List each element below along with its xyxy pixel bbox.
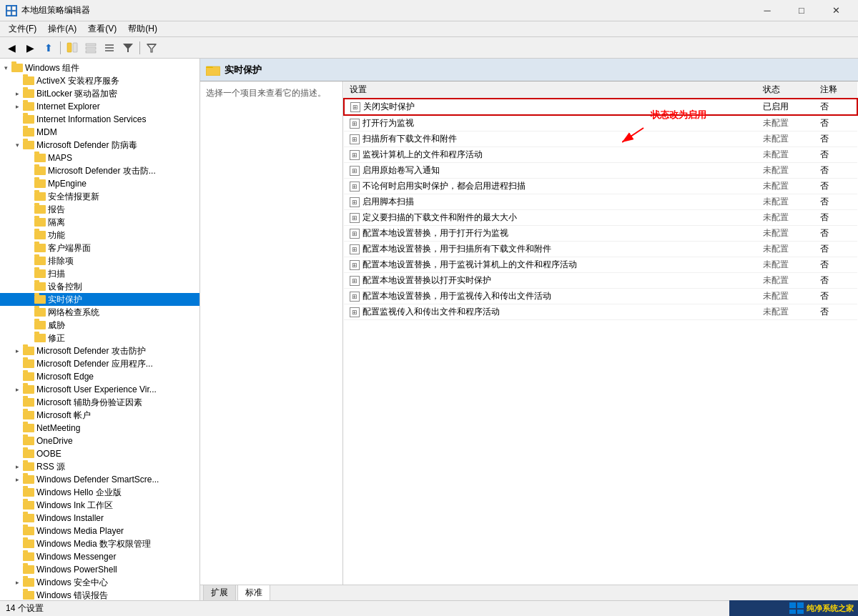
maximize-button[interactable]: □ bbox=[785, 0, 818, 21]
tree-item-client-ui[interactable]: 客户端界面 bbox=[0, 242, 199, 254]
tree-expand-icon[interactable]: ▸ bbox=[11, 101, 23, 112]
tree-item-mpengine[interactable]: MpEngine bbox=[0, 177, 199, 190]
folder-shape bbox=[23, 449, 34, 458]
tree-item-drm[interactable]: Windows Media 数字权限管理 bbox=[0, 537, 199, 550]
folder-icon bbox=[23, 76, 34, 86]
tree-item-media-player[interactable]: Windows Media Player bbox=[0, 525, 199, 537]
toolbar-forward[interactable]: ▶ bbox=[21, 39, 39, 56]
tree-item-edge[interactable]: Microsoft Edge bbox=[0, 370, 199, 383]
table-row[interactable]: ⊞ 定义要扫描的下载文件和附件的最大大小 未配置 否 bbox=[344, 210, 857, 226]
tree-label: 安全情报更新 bbox=[48, 191, 99, 203]
tab-扩展[interactable]: 扩展 bbox=[203, 585, 236, 600]
tree-item-ms-account[interactable]: Microsoft 帐户 bbox=[0, 409, 199, 422]
table-row[interactable]: ⊞ 不论何时启用实时保护，都会启用进程扫描 未配置 否 bbox=[344, 179, 857, 194]
tab-标准[interactable]: 标准 bbox=[237, 585, 270, 600]
tree-item-scan[interactable]: 扫描 bbox=[0, 267, 199, 280]
tree-item-netmeeting[interactable]: NetMeeting bbox=[0, 422, 199, 434]
tree-item-security-center[interactable]: ▸ Windows 安全中心 bbox=[0, 576, 199, 589]
tree-expand-icon[interactable]: ▸ bbox=[11, 474, 23, 485]
tree-item-realtime-protection[interactable]: 实时保护 bbox=[0, 293, 199, 306]
table-row[interactable]: ⊞ 打开行为监视 未配置 否 bbox=[344, 115, 857, 131]
tree-item-user-experience[interactable]: ▸ Microsoft User Experience Vir... bbox=[0, 383, 199, 396]
tree-item-defender-attack[interactable]: Microsoft Defender 攻击防... bbox=[0, 164, 199, 177]
close-button[interactable]: ✕ bbox=[819, 0, 852, 21]
tree-item-mdm[interactable]: MDM bbox=[0, 126, 199, 139]
tree-item-exclusions[interactable]: 排除项 bbox=[0, 254, 199, 267]
table-row[interactable]: ⊞ 启用原始卷写入通知 未配置 否 bbox=[344, 163, 857, 179]
setting-name-cell: ⊞ 启用脚本扫描 bbox=[344, 194, 757, 210]
tree-item-features[interactable]: 功能 bbox=[0, 229, 199, 242]
tree-item-defender[interactable]: ▾ Microsoft Defender 防病毒 bbox=[0, 139, 199, 151]
toolbar-up[interactable]: ⬆ bbox=[40, 39, 57, 56]
setting-icon: ⊞ bbox=[350, 260, 360, 270]
setting-name: 配置本地设置替换，用于扫描所有下载文件和附件 bbox=[363, 243, 551, 255]
tree-item-iis[interactable]: Internet Information Services bbox=[0, 113, 199, 126]
tree-item-defender-attack2[interactable]: ▸ Microsoft Defender 攻击防护 bbox=[0, 344, 199, 357]
tree-item-defender-app[interactable]: Microsoft Defender 应用程序... bbox=[0, 357, 199, 370]
menu-action[interactable]: 操作(A) bbox=[42, 21, 82, 36]
tree-item-bitlocker[interactable]: ▸ BitLocker 驱动器加密 bbox=[0, 87, 199, 100]
minimize-button[interactable]: ─ bbox=[751, 0, 784, 21]
tree-label: Windows Installer bbox=[36, 513, 104, 523]
tree-expand-icon[interactable]: ▸ bbox=[11, 384, 23, 395]
toolbar-show-hide[interactable] bbox=[64, 39, 81, 56]
tree-expand-icon[interactable]: ▸ bbox=[11, 345, 23, 357]
menu-file[interactable]: 文件(F) bbox=[3, 21, 42, 36]
setting-icon: ⊞ bbox=[350, 229, 360, 239]
tree-expand-icon[interactable]: ▾ bbox=[0, 62, 11, 74]
table-row[interactable]: ⊞ 监视计算机上的文件和程序活动 未配置 否 bbox=[344, 147, 857, 163]
menu-help[interactable]: 帮助(H) bbox=[122, 21, 163, 36]
menu-view[interactable]: 查看(V) bbox=[82, 21, 122, 36]
tree-expand-icon[interactable]: ▸ bbox=[11, 88, 23, 99]
toolbar-filter[interactable] bbox=[143, 39, 160, 56]
tree-item-internet-explorer[interactable]: ▸ Internet Explorer bbox=[0, 100, 199, 113]
tree-item-auth-factor[interactable]: Microsoft 辅助身份验证因素 bbox=[0, 396, 199, 409]
tree-item-hello[interactable]: Windows Hello 企业版 bbox=[0, 486, 199, 499]
tree-expand-icon[interactable]: ▸ bbox=[11, 577, 23, 588]
tree-item-security-updates[interactable]: 安全情报更新 bbox=[0, 190, 199, 203]
table-row[interactable]: ⊞ 扫描所有下载文件和附件 未配置 否 bbox=[344, 131, 857, 147]
tree-item-device-control[interactable]: 设备控制 bbox=[0, 280, 199, 293]
toolbar-filter2[interactable] bbox=[119, 39, 137, 56]
tree-item-quarantine[interactable]: 隔离 bbox=[0, 216, 199, 229]
tree-label: 威胁 bbox=[48, 319, 65, 332]
tree-item-messenger[interactable]: Windows Messenger bbox=[0, 550, 199, 563]
folder-icon bbox=[23, 89, 34, 99]
tree-item-activex[interactable]: ActiveX 安装程序服务 bbox=[0, 74, 199, 87]
tree-item-windows-components[interactable]: ▾ Windows 组件 bbox=[0, 61, 199, 74]
tree-item-smartscreen[interactable]: ▸ Windows Defender SmartScre... bbox=[0, 473, 199, 486]
tree-item-onedrive[interactable]: OneDrive bbox=[0, 434, 199, 447]
table-row[interactable]: ⊞ 关闭实时保护 已启用 否 bbox=[344, 99, 857, 115]
setting-status: 未配置 bbox=[763, 165, 789, 175]
table-panel[interactable]: 设置 状态 注释 ⊞ 关闭实时保护 已启用 否 bbox=[343, 81, 858, 585]
table-row[interactable]: ⊞ 配置监视传入和传出文件和程序活动 未配置 否 bbox=[344, 304, 857, 320]
tree-item-threats[interactable]: 威胁 bbox=[0, 319, 199, 332]
tree-panel[interactable]: ▾ Windows 组件 ActiveX 安装程序服务 ▸ BitLocker … bbox=[0, 59, 200, 600]
table-row[interactable]: ⊞ 配置本地设置替换，用于扫描所有下载文件和附件 未配置 否 bbox=[344, 242, 857, 257]
tree-item-fix[interactable]: 修正 bbox=[0, 332, 199, 344]
toolbar-back[interactable]: ◀ bbox=[3, 39, 20, 56]
tree-item-network-inspection[interactable]: 网络检查系统 bbox=[0, 306, 199, 319]
tree-label: Windows 安全中心 bbox=[36, 577, 108, 589]
tree-expand-icon[interactable]: ▸ bbox=[11, 461, 23, 472]
tree-item-maps[interactable]: MAPS bbox=[0, 151, 199, 164]
tree-item-oobe[interactable]: OOBE bbox=[0, 447, 199, 460]
toolbar-details[interactable] bbox=[101, 39, 118, 56]
table-row[interactable]: ⊞ 配置本地设置替换，用于监视计算机上的文件和程序活动 未配置 否 bbox=[344, 257, 857, 273]
setting-name-cell: ⊞ 不论何时启用实时保护，都会启用进程扫描 bbox=[344, 179, 757, 194]
folder-icon bbox=[23, 410, 34, 420]
table-row[interactable]: ⊞ 配置本地设置替换，用于打开行为监视 未配置 否 bbox=[344, 226, 857, 242]
table-row[interactable]: ⊞ 配置本地设置替换以打开实时保护 未配置 否 bbox=[344, 273, 857, 289]
tree-item-ink[interactable]: Windows Ink 工作区 bbox=[0, 499, 199, 512]
tree-item-powershell[interactable]: Windows PowerShell bbox=[0, 563, 199, 576]
tree-expand-icon[interactable]: ▾ bbox=[11, 139, 23, 151]
table-row[interactable]: ⊞ 配置本地设置替换，用于监视传入和传出文件活动 未配置 否 bbox=[344, 289, 857, 304]
tree-item-rss[interactable]: ▸ RSS 源 bbox=[0, 460, 199, 473]
tree-item-error-report[interactable]: Windows 错误报告 bbox=[0, 589, 199, 600]
setting-name-cell: ⊞ 配置监视传入和传出文件和程序活动 bbox=[344, 304, 757, 320]
tree-item-installer[interactable]: Windows Installer bbox=[0, 512, 199, 525]
toolbar-list[interactable] bbox=[82, 39, 99, 56]
table-row[interactable]: ⊞ 启用脚本扫描 未配置 否 bbox=[344, 194, 857, 210]
tree-item-reports[interactable]: 报告 bbox=[0, 203, 199, 216]
tree-label: 隔离 bbox=[48, 217, 65, 229]
